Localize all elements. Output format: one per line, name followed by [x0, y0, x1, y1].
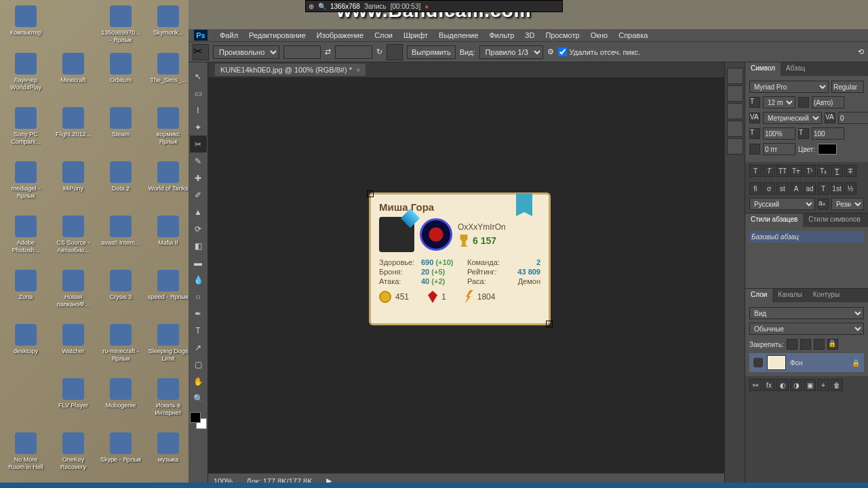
document-tab[interactable]: KUNE14kh0E0.jpg @ 100% (RGB/8#) * ×: [215, 64, 366, 76]
view-overlay-select[interactable]: Правило 1/3: [479, 45, 543, 59]
desktop-icon[interactable]: вормикс Ярлык: [148, 107, 189, 146]
language-select[interactable]: Русский: [749, 198, 815, 210]
italic-button[interactable]: T: [763, 165, 775, 177]
desktop-icon[interactable]: Лаунчер World4Play: [5, 53, 46, 92]
desktop-icon[interactable]: Компьютер: [5, 5, 46, 37]
menu-фильтр[interactable]: Фильтр: [484, 30, 519, 41]
straighten-button[interactable]: Выпрямить: [407, 45, 456, 59]
gradient-tool[interactable]: ▬: [190, 254, 207, 271]
underline-button[interactable]: T̲: [831, 165, 843, 177]
crop-tool-icon[interactable]: ✂: [193, 44, 209, 60]
new-layer-icon[interactable]: +: [817, 379, 829, 391]
desktop-icon[interactable]: Steam: [100, 107, 141, 138]
hscale-input[interactable]: [812, 127, 844, 140]
tab-char-styles[interactable]: Стили символов: [803, 214, 865, 227]
crop-height-input[interactable]: [335, 45, 372, 59]
trash-icon[interactable]: 🗑: [831, 379, 843, 391]
kerning-select[interactable]: Метрический: [763, 112, 822, 124]
desktop-icon[interactable]: Orbitum: [100, 53, 141, 84]
desktop-icon[interactable]: mediaget - Ярлык: [5, 161, 46, 200]
wand-tool[interactable]: ✦: [190, 119, 207, 136]
zoom-tool[interactable]: 🔍: [190, 390, 207, 407]
desktop-icon[interactable]: Adobe Photosh...: [5, 216, 46, 254]
tracking-input[interactable]: [838, 112, 868, 124]
subscript-button[interactable]: T₁: [817, 165, 829, 177]
tab-channels[interactable]: Каналы: [772, 289, 808, 302]
windows-taskbar[interactable]: серверов ...: [0, 483, 868, 488]
close-icon[interactable]: ×: [356, 66, 360, 74]
desktop-icon[interactable]: 1350989970... - Ярлык: [100, 5, 141, 44]
brush-tool[interactable]: ✐: [190, 186, 207, 203]
baseline-input[interactable]: [763, 143, 795, 155]
vscale-input[interactable]: [763, 127, 795, 140]
hand-tool[interactable]: ✋: [190, 373, 207, 390]
desktop-icon[interactable]: ru-minecraft - Ярлык: [100, 324, 141, 363]
menu-слои[interactable]: Слои: [369, 30, 398, 41]
swatches-panel-icon[interactable]: [727, 121, 743, 137]
leading-input[interactable]: [812, 96, 844, 108]
layer-filter-select[interactable]: Вид: [749, 307, 864, 319]
desktop-icon[interactable]: desktopy: [5, 324, 46, 355]
layer-blend-select[interactable]: Обычные: [749, 323, 864, 335]
type-tool[interactable]: T: [190, 322, 207, 339]
font-size-select[interactable]: 12 пт: [763, 96, 795, 108]
mask-icon[interactable]: ◐: [776, 379, 789, 391]
desktop-icon[interactable]: Watcher: [53, 324, 94, 355]
group-icon[interactable]: ▣: [804, 379, 816, 391]
desktop-icon[interactable]: Zona: [5, 270, 46, 301]
desktop-icon[interactable]: Sony PC Compani...: [5, 107, 46, 146]
eraser-tool[interactable]: ◧: [190, 237, 207, 254]
menu-изображение[interactable]: Изображение: [311, 30, 369, 41]
shape-tool[interactable]: ▢: [190, 356, 207, 373]
fx-icon[interactable]: fx: [763, 379, 775, 391]
gear-icon[interactable]: ⚙: [547, 47, 554, 56]
stamp-tool[interactable]: ▲: [190, 203, 207, 220]
lock-trans-icon[interactable]: [787, 339, 797, 350]
blur-tool[interactable]: 💧: [190, 271, 207, 288]
tab-para-styles[interactable]: Стили абзацев: [745, 214, 803, 227]
tab-paragraph[interactable]: Абзац: [781, 62, 810, 76]
desktop-icon[interactable]: The_Sims_...: [148, 53, 189, 84]
crop-width-input[interactable]: [283, 45, 321, 59]
heal-tool[interactable]: ✚: [190, 169, 207, 186]
menu-справка[interactable]: Справка: [613, 30, 653, 41]
desktop-icon[interactable]: Новая папканэФ...: [53, 270, 94, 308]
move-tool[interactable]: ↖: [190, 68, 207, 85]
styles-panel-icon[interactable]: [727, 138, 743, 155]
lasso-tool[interactable]: ⌇: [190, 102, 207, 119]
desktop-icon[interactable]: музыка: [148, 432, 189, 464]
adjustment-icon[interactable]: ◑: [790, 379, 802, 391]
reset-icon[interactable]: ⟲: [858, 47, 864, 56]
desktop-icon[interactable]: CS Source - Автообно...: [53, 216, 94, 254]
canvas[interactable]: Миша Гора OxXxYmIrOn 6 157: [208, 77, 724, 473]
history-tool[interactable]: ⟳: [190, 220, 207, 237]
desktop-icon[interactable]: World of Tanks: [148, 161, 189, 192]
bold-button[interactable]: T: [749, 165, 762, 177]
text-color-swatch[interactable]: [818, 144, 837, 155]
font-weight-input[interactable]: [831, 81, 864, 93]
color-swatches[interactable]: [189, 411, 208, 430]
tab-character[interactable]: Символ: [745, 62, 781, 76]
lock-pixels-icon[interactable]: [800, 339, 811, 350]
desktop-icon[interactable]: avast! Intern...: [100, 216, 141, 247]
menu-3d[interactable]: 3D: [519, 30, 540, 41]
rotate-icon[interactable]: ↻: [376, 47, 382, 56]
font-family-select[interactable]: Myriad Pro: [749, 81, 829, 93]
path-tool[interactable]: ↗: [190, 339, 207, 356]
lock-all-icon[interactable]: 🔒: [827, 339, 838, 350]
marquee-tool[interactable]: ▭: [190, 85, 207, 102]
menu-выделение[interactable]: Выделение: [433, 30, 484, 41]
desktop-icon[interactable]: Искать в Интернет: [148, 378, 189, 417]
desktop-icon[interactable]: Flight.2012...: [53, 107, 94, 138]
visibility-icon[interactable]: [753, 358, 763, 367]
superscript-button[interactable]: T¹: [804, 165, 816, 177]
desktop-icon[interactable]: Crysis 3: [100, 270, 141, 301]
tab-layers[interactable]: Слои: [745, 289, 772, 302]
antialias-select[interactable]: Резкое: [831, 198, 864, 210]
straighten-icon[interactable]: [387, 44, 403, 60]
desktop-icon[interactable]: MiPony: [53, 161, 94, 192]
allcaps-button[interactable]: TT: [776, 165, 789, 177]
desktop-icon[interactable]: Mobogenie: [100, 378, 141, 409]
basic-paragraph-style[interactable]: Базовый абзац: [749, 231, 864, 243]
pen-tool[interactable]: ✒: [190, 305, 207, 322]
